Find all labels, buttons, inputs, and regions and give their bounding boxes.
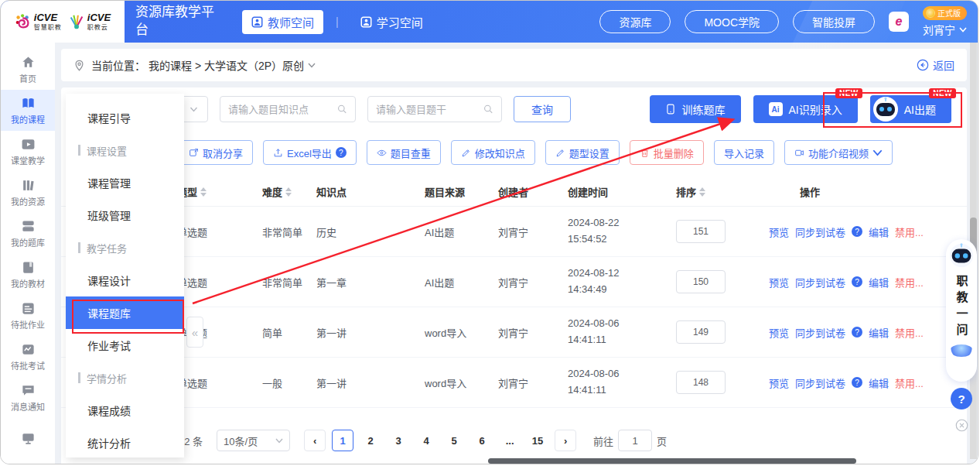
prev-page-button[interactable]: ‹	[304, 430, 326, 451]
assistant-widget[interactable]: 职教一问	[946, 239, 977, 382]
breadcrumb-course-dropdown[interactable]: 我的课程 > 大学语文（2P）原创	[149, 57, 316, 73]
sync-to-paper-link[interactable]: 同步到试卷	[795, 275, 845, 290]
page-button[interactable]: 15	[527, 430, 548, 451]
disable-link[interactable]: 禁用...	[895, 375, 924, 390]
col-order[interactable]: 排序	[676, 184, 769, 199]
sidebar-item-my-textbooks[interactable]: 我的教材	[1, 254, 55, 295]
sidebar-item-notifications[interactable]: 消息通知	[1, 377, 55, 418]
preview-link[interactable]: 预览	[769, 375, 789, 390]
edit-link[interactable]: 编辑	[869, 275, 889, 290]
next-page-button[interactable]: ›	[555, 430, 576, 451]
search-button[interactable]: 查询	[514, 96, 571, 122]
page-button[interactable]: 3	[388, 430, 409, 451]
menu-item-class-management[interactable]: 班级管理	[66, 199, 184, 231]
menu-item-course-design[interactable]: 课程设计	[66, 264, 184, 296]
tab-student-space[interactable]: 学习空间	[351, 10, 432, 34]
ai-recognize-button[interactable]: Ai AI识别录入 NEW	[753, 95, 858, 123]
pencil-icon	[555, 148, 565, 158]
order-input[interactable]	[676, 320, 726, 344]
edit-knowledge-button[interactable]: 修改知识点	[451, 140, 535, 165]
logo1-sub: 智慧职教	[34, 22, 62, 31]
sidebar-item-projection[interactable]	[1, 418, 55, 459]
menu-item-course-guide[interactable]: 课程引导	[66, 101, 184, 134]
search-icon	[483, 104, 493, 115]
sync-to-paper-link[interactable]: 同步到试卷	[795, 224, 845, 239]
disable-link[interactable]: 禁用...	[895, 275, 924, 290]
menu-collapse-handle[interactable]: «	[186, 317, 203, 348]
stem-search-input[interactable]	[376, 104, 483, 115]
sidebar-item-my-resources[interactable]: 我的资源	[1, 172, 55, 213]
order-input[interactable]	[676, 270, 726, 293]
help-button[interactable]: ?	[951, 388, 972, 409]
duplicate-check-button[interactable]: 题目查重	[367, 140, 441, 165]
col-type[interactable]: 题型	[177, 184, 262, 199]
menu-item-course-management[interactable]: 课程管理	[66, 166, 184, 199]
resource-library-button[interactable]: 资源库	[599, 10, 671, 33]
cell-creator: 刘宵宁	[498, 224, 568, 239]
import-record-button[interactable]: 导入记录	[714, 140, 774, 165]
sidebar-item-my-question-bank[interactable]: 我的题库	[1, 213, 55, 254]
page-button[interactable]: 2	[360, 430, 381, 451]
edit-link[interactable]: 编辑	[869, 325, 889, 340]
cancel-share-button[interactable]: 取消分享	[179, 140, 253, 165]
sync-to-paper-link[interactable]: 同步到试卷	[795, 325, 845, 340]
menu-item-course-question-bank[interactable]: 课程题库	[66, 296, 184, 329]
page-button[interactable]: 6	[471, 430, 493, 451]
medal-icon	[926, 9, 935, 18]
type-setting-button[interactable]: 题型设置	[545, 140, 620, 165]
ai-generate-button[interactable]: AI出题 NEW	[870, 95, 951, 123]
batch-delete-button[interactable]: 批量删除	[630, 140, 704, 165]
goto-page-input[interactable]	[618, 430, 652, 451]
preview-link[interactable]: 预览	[769, 224, 789, 239]
logo1-name: iCVE	[34, 13, 62, 22]
cell-creator: 刘宵宁	[498, 275, 568, 290]
user-menu[interactable]: 刘宵宁	[923, 22, 967, 37]
excel-export-button[interactable]: Excel导出 ?	[263, 140, 357, 165]
help-question-icon[interactable]: ?	[336, 147, 347, 158]
homework-list-icon	[21, 301, 36, 316]
knowledge-search-input[interactable]	[228, 104, 337, 115]
sidebar-item-my-courses[interactable]: 我的课程	[1, 90, 55, 131]
icve-flower-icon	[15, 13, 32, 30]
page-button[interactable]: 4	[415, 430, 437, 451]
col-source-label: 题目来源	[425, 184, 465, 199]
mooc-college-button[interactable]: MOOC学院	[685, 10, 779, 33]
edit-link[interactable]: 编辑	[869, 224, 889, 239]
back-button[interactable]: 返回	[917, 57, 954, 73]
table-header-row: 题型 难度 知识点 题目来源 创建者 创建时间 排序 操作	[61, 177, 967, 207]
help-question-icon[interactable]: ?	[852, 377, 862, 388]
col-difficulty[interactable]: 难度	[262, 184, 316, 199]
edit-link[interactable]: 编辑	[869, 375, 889, 390]
chevron-down-icon	[308, 63, 316, 68]
preview-link[interactable]: 预览	[769, 325, 789, 340]
page-button[interactable]: 5	[443, 430, 465, 451]
preview-link[interactable]: 预览	[769, 275, 789, 290]
horizontal-scrollbar-thumb[interactable]	[488, 458, 856, 464]
sidebar-item-classroom-teaching[interactable]: 课堂教学	[1, 131, 55, 172]
sort-icon[interactable]	[699, 187, 705, 197]
menu-item-statistics[interactable]: 统计分析	[66, 427, 184, 459]
per-page-select[interactable]: 10条/页	[217, 430, 290, 451]
tab-teacher-space[interactable]: 教师空间	[242, 10, 323, 34]
help-question-icon[interactable]: ?	[852, 276, 862, 287]
intro-video-button[interactable]: 功能介绍视频	[784, 140, 893, 165]
sync-to-paper-link[interactable]: 同步到试卷	[795, 375, 845, 390]
menu-item-homework-exam[interactable]: 作业考试	[66, 329, 184, 361]
sort-icon[interactable]	[200, 187, 207, 197]
sidebar-item-home[interactable]: 首页	[1, 49, 55, 90]
disable-link[interactable]: 禁用...	[895, 325, 924, 340]
close-widget-icon[interactable]	[955, 419, 968, 435]
order-input[interactable]	[676, 220, 726, 243]
disable-link[interactable]: 禁用...	[895, 224, 924, 239]
page-button[interactable]: 1	[332, 430, 353, 451]
sidebar-item-pending-homework[interactable]: 待批作业	[1, 295, 55, 336]
menu-item-course-grades[interactable]: 课程成绩	[66, 394, 184, 427]
sort-icon[interactable]	[285, 187, 292, 197]
sidebar-item-pending-exams[interactable]: 待批考试	[1, 336, 55, 377]
help-question-icon[interactable]: ?	[852, 327, 862, 338]
order-input[interactable]	[676, 371, 726, 394]
train-bank-button[interactable]: 训练题库	[650, 95, 741, 123]
new-badge: NEW	[929, 88, 956, 98]
page-ellipsis[interactable]: ...	[499, 430, 521, 451]
help-question-icon[interactable]: ?	[852, 226, 862, 237]
